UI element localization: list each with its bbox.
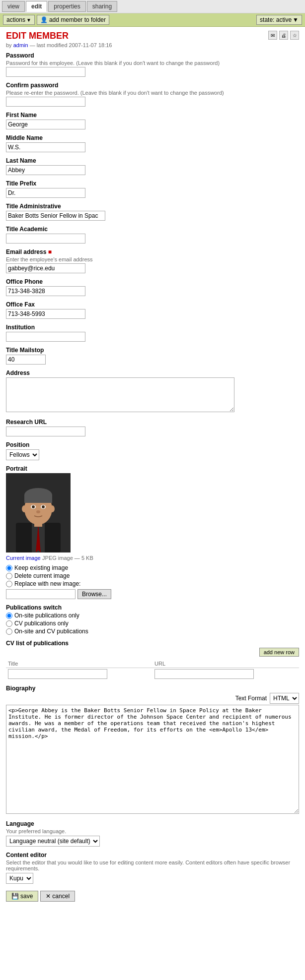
title-mailstop-input[interactable] [6,355,46,365]
address-label: Address [6,369,299,376]
cancel-button[interactable]: ✕ cancel [40,891,75,902]
svg-point-13 [22,505,27,512]
add-member-button[interactable]: 👤 add member to folder [37,15,109,25]
tab-properties[interactable]: properties [48,1,85,12]
content-editor-hint: Select the editor that you would like to… [6,859,299,871]
title-prefix-input[interactable] [6,188,85,198]
last-name-label: Last Name [6,157,299,164]
office-phone-section: Office Phone [6,278,299,296]
pub-onsite-cv-radio[interactable] [6,628,12,635]
first-name-input[interactable] [6,120,85,129]
research-url-input[interactable] [6,427,85,436]
replace-new-radio[interactable] [6,581,12,587]
office-fax-input[interactable] [6,309,85,319]
publications-options: On-site publications only CV publication… [6,612,299,635]
pub-cv-radio[interactable] [6,620,12,627]
cv-list-label: CV list of publications [6,640,299,647]
email-input[interactable] [6,263,85,273]
tab-view[interactable]: view [2,1,25,12]
tab-sharing[interactable]: sharing [87,1,117,12]
state-button[interactable]: state: active ▼ [256,15,302,25]
save-cancel-bar: 💾 save ✕ cancel [6,891,299,902]
text-format-row: Text Format HTML [6,693,299,704]
cv-title-input[interactable] [8,669,107,679]
research-url-label: Research URL [6,419,299,426]
byline: by admin — last modified 2007-11-07 18:1… [6,42,112,48]
address-input[interactable] [6,377,234,412]
email-icon[interactable]: ✉ [268,31,277,40]
text-format-select[interactable]: HTML [270,693,299,704]
position-label: Position [6,441,299,448]
password-label: Password [6,52,299,59]
add-member-label: add member to folder [49,16,106,23]
office-phone-input[interactable] [6,286,85,296]
keep-existing-radio[interactable] [6,565,12,571]
middle-name-input[interactable] [6,142,85,152]
state-arrow-icon: ▼ [293,16,299,23]
last-name-input[interactable] [6,165,85,175]
confirm-password-section: Confirm password Please re-enter the pas… [6,82,299,107]
language-label: Language [6,820,299,827]
title-mailstop-section: Title Mailstop [6,347,299,365]
pub-onsite-radio[interactable] [6,612,12,619]
biography-label: Biography [6,685,299,692]
first-name-section: First Name [6,112,299,129]
confirm-password-input[interactable] [6,97,85,107]
title-academic-input[interactable] [6,234,85,244]
title-administrative-input[interactable] [6,211,105,221]
institution-input[interactable] [6,332,85,342]
biography-textarea[interactable]: <p>George Abbey is the Baker Botts Senio… [6,705,299,814]
office-fax-label: Office Fax [6,301,299,308]
content-editor-label: Content editor [6,852,299,858]
file-path-input[interactable] [6,589,76,599]
email-label: Email address ■ [6,248,299,255]
content-editor-select[interactable]: Kupu [6,873,33,884]
keep-existing-option[interactable]: Keep existing image [6,564,299,571]
email-required: ■ [48,248,52,255]
bookmark-icon[interactable]: ☆ [290,31,299,40]
replace-new-option[interactable]: Replace with new image: [6,580,299,587]
add-row-button[interactable]: add new row [259,648,299,657]
password-section: Password Password for this employee. (Le… [6,52,299,77]
svg-point-11 [42,505,45,508]
replace-new-label: Replace with new image: [14,580,80,587]
position-select[interactable]: Fellows Faculty Staff Visiting [6,449,39,460]
browse-button[interactable]: Browse... [77,589,111,599]
byline-by: by [6,42,12,48]
password-hint: Password for this employee. (Leave this … [6,60,299,66]
language-select[interactable]: Language neutral (site default) [6,836,100,847]
delete-current-radio[interactable] [6,573,12,579]
pub-cv-label: CV publications only [14,620,69,627]
cv-url-col: URL [152,660,299,668]
save-button[interactable]: 💾 save [6,891,38,902]
actions-button[interactable]: actions ▼ [3,15,35,25]
current-image-link[interactable]: Current image [6,555,41,561]
title-academic-section: Title Academic [6,226,299,244]
biography-section: Biography Text Format HTML <p>George Abb… [6,685,299,815]
password-input[interactable] [6,67,85,77]
title-academic-label: Title Academic [6,226,299,233]
text-format-label: Text Format [235,695,267,702]
cv-title-col: Title [6,660,152,668]
svg-point-12 [36,510,40,513]
delete-current-label: Delete current image [14,572,70,579]
author-link[interactable]: admin [13,42,28,48]
last-name-section: Last Name [6,157,299,175]
pub-cv-option[interactable]: CV publications only [6,620,299,627]
confirm-password-label: Confirm password [6,82,299,89]
portrait-section: Portrait [6,465,299,599]
save-icon: 💾 [11,893,19,900]
tab-edit[interactable]: edit [26,1,47,12]
pub-onsite-option[interactable]: On-site publications only [6,612,299,619]
pub-onsite-cv-option[interactable]: On-site and CV publications [6,628,299,635]
title-mailstop-label: Title Mailstop [6,347,299,354]
svg-point-14 [50,505,55,512]
top-icons: ✉ 🖨 ☆ [268,31,299,40]
print-icon[interactable]: 🖨 [279,31,288,40]
office-fax-section: Office Fax [6,301,299,319]
cv-url-input[interactable] [154,669,254,679]
actions-arrow-icon: ▼ [26,17,31,23]
delete-current-option[interactable]: Delete current image [6,572,299,579]
keep-existing-label: Keep existing image [14,564,68,571]
svg-point-10 [32,505,35,508]
